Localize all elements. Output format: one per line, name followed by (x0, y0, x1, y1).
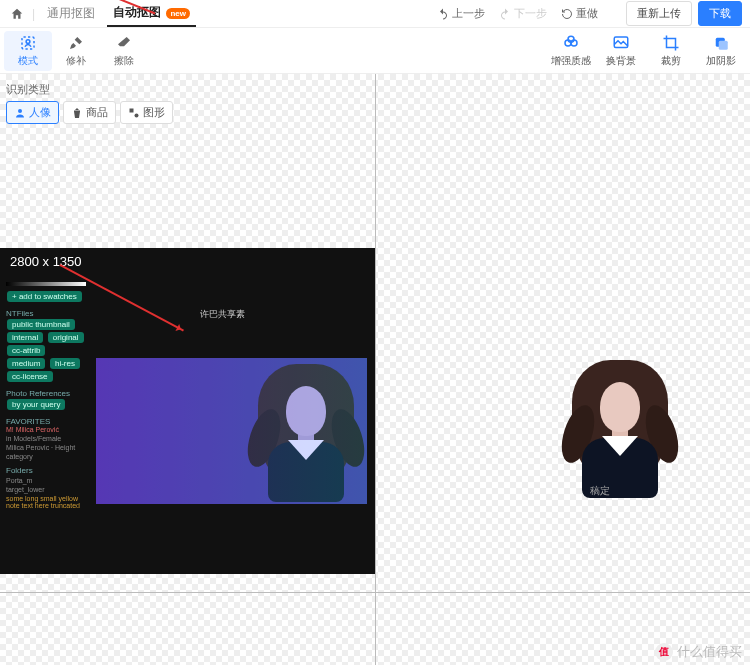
svg-rect-7 (719, 40, 728, 49)
source-dimensions: 2800 x 1350 (10, 254, 82, 269)
redo-button[interactable]: 下一步 (495, 4, 551, 23)
category-graphic[interactable]: 图形 (120, 101, 173, 124)
tag: medium (7, 358, 45, 369)
undo-button[interactable]: 上一步 (433, 4, 489, 23)
tag: cc-license (7, 371, 53, 382)
reset-label: 重做 (576, 6, 598, 21)
new-badge: new (166, 8, 190, 19)
fav-item: M! Milica Perović (6, 426, 86, 433)
home-icon[interactable] (8, 7, 26, 21)
tool-shadow[interactable]: 加阴影 (696, 34, 746, 68)
tool-changebg[interactable]: 换背景 (596, 34, 646, 68)
result-watermark: 稿定 (590, 484, 610, 498)
tool-bg-label: 换背景 (606, 55, 636, 66)
tag: hi-res (50, 358, 80, 369)
tool-repair[interactable]: 修补 (52, 31, 100, 71)
section-folders: Folders (6, 466, 86, 475)
undo-label: 上一步 (452, 6, 485, 21)
tab-general-cutout[interactable]: 通用抠图 (41, 1, 101, 26)
category-product[interactable]: 商品 (63, 101, 116, 124)
folder-line: Porta_m (6, 477, 86, 484)
source-sidebar: + add to swatches NTFiles public thumbna… (0, 274, 92, 574)
color-tint (96, 358, 367, 504)
site-watermark: 值 什么值得买 (655, 643, 742, 661)
meta-line: Milica Perovic · Height (6, 444, 86, 451)
category-panel: 识别类型 人像 商品 图形 (6, 82, 173, 124)
tool-erase[interactable]: 擦除 (100, 31, 148, 71)
category-product-label: 商品 (86, 105, 108, 120)
separator: | (32, 7, 35, 21)
mode-icon (19, 34, 37, 52)
portrait-cutout[interactable] (560, 354, 680, 504)
face (600, 382, 640, 432)
reset-icon (561, 8, 573, 20)
meta-line: category (6, 453, 86, 460)
divider-vertical (375, 74, 376, 665)
category-person[interactable]: 人像 (6, 101, 59, 124)
redo-label: 下一步 (514, 6, 547, 21)
tool-enhance-label: 增强质感 (551, 55, 591, 66)
svg-point-10 (135, 113, 139, 117)
smzdm-icon: 值 (655, 643, 673, 661)
tool-mode-label: 模式 (18, 54, 38, 68)
footnote: some long small yellow note text here tr… (6, 495, 86, 509)
section-fav: FAVORITES (6, 417, 86, 426)
person-icon (14, 107, 26, 119)
reupload-button[interactable]: 重新上传 (626, 1, 692, 26)
category-person-label: 人像 (29, 105, 51, 120)
svg-point-8 (18, 109, 22, 113)
section-ntfiles: NTFiles (6, 309, 86, 318)
tool-crop-label: 裁剪 (661, 55, 681, 66)
category-title: 识别类型 (6, 82, 173, 97)
tag: internal (7, 332, 43, 343)
smzdm-text: 什么值得买 (677, 643, 742, 661)
source-image-panel: 2800 x 1350 许巴共享素 + add to swatches NTFi… (0, 248, 375, 574)
tag: original (48, 332, 84, 343)
tool-enhance[interactable]: 增强质感 (546, 34, 596, 68)
undo-icon (437, 8, 449, 20)
svg-point-1 (26, 39, 30, 43)
tool-row: 模式 修补 擦除 增强质感 换背景 裁剪 加阴影 (0, 28, 750, 74)
graphic-icon (128, 107, 140, 119)
tool-crop[interactable]: 裁剪 (646, 34, 696, 68)
top-bar: | 通用抠图 自动抠图 new 上一步 下一步 重做 重新上传 下载 (0, 0, 750, 28)
source-caption: 许巴共享素 (200, 308, 245, 321)
bg-icon (612, 34, 630, 52)
erase-icon (115, 34, 133, 52)
tag: cc-attrib (7, 345, 45, 356)
repair-icon (67, 34, 85, 52)
pill-swatches: + add to swatches (7, 291, 82, 302)
pill-ref: by your query (7, 399, 65, 410)
tool-repair-label: 修补 (66, 54, 86, 68)
tag: public thumbnail (7, 319, 75, 330)
tool-shadow-label: 加阴影 (706, 55, 736, 66)
folder-line: target_lower (6, 486, 86, 493)
product-icon (71, 107, 83, 119)
redo-icon (499, 8, 511, 20)
reset-button[interactable]: 重做 (557, 4, 602, 23)
meta-line: in Models/Female (6, 435, 86, 442)
source-photo (96, 358, 367, 504)
tool-mode[interactable]: 模式 (4, 31, 52, 71)
section-ref: Photo References (6, 389, 86, 398)
svg-rect-9 (130, 108, 134, 112)
tool-erase-label: 擦除 (114, 54, 134, 68)
shadow-icon (712, 34, 730, 52)
category-graphic-label: 图形 (143, 105, 165, 120)
divider-horizontal (0, 592, 750, 593)
canvas-area: 2800 x 1350 许巴共享素 + add to swatches NTFi… (0, 74, 750, 665)
enhance-icon (562, 34, 580, 52)
gradient-bar (6, 282, 86, 286)
download-button[interactable]: 下载 (698, 1, 742, 26)
crop-icon (662, 34, 680, 52)
